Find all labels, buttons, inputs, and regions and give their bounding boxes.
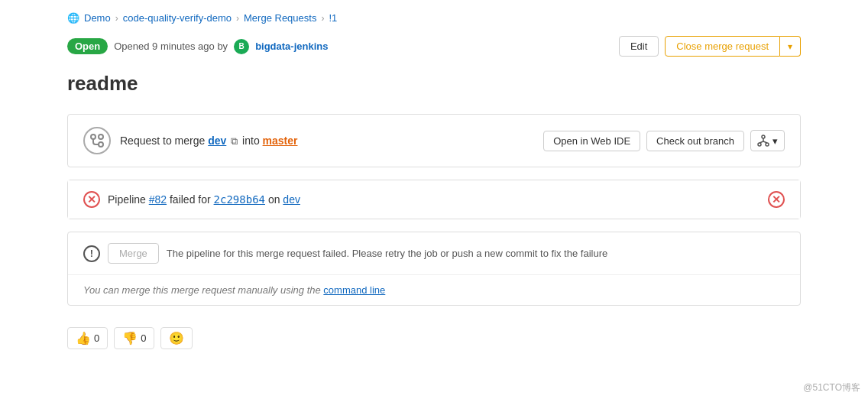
breadcrumb-demo[interactable]: Demo [84,12,111,24]
thumbs-up-count: 0 [94,332,99,344]
svg-point-1 [99,142,103,147]
svg-point-0 [91,135,96,139]
breadcrumb-repo[interactable]: code-quality-verify-demo [123,12,232,24]
add-reaction-button[interactable]: 🙂 [160,327,193,349]
svg-line-8 [760,141,763,143]
thumbs-down-count: 0 [141,332,146,344]
close-merge-group: Close merge request ▾ [665,36,801,57]
header-row: Open Opened 9 minutes ago by B bigdata-j… [67,36,801,57]
merge-action-bottom: You can merge this merge request manuall… [68,275,800,305]
merge-button[interactable]: Merge [108,243,159,264]
header-left: Open Opened 9 minutes ago by B bigdata-j… [67,38,328,54]
pipeline-fail-icon: ✕ [83,191,100,208]
branch-from-link[interactable]: dev [208,135,226,147]
checkout-branch-button[interactable]: Check out branch [646,131,744,151]
breadcrumb-sep-2: › [236,13,239,24]
opened-text: Opened 9 minutes ago by [114,41,228,52]
merge-info-right: Open in Web IDE Check out branch ▾ [543,130,785,151]
pipeline-left: ✕ Pipeline #82 failed for 2c298b64 on de… [83,191,300,208]
source-dropdown-arrow: ▾ [772,135,778,147]
svg-point-2 [99,135,103,139]
merge-warning-text: The pipeline for this merge request fail… [167,248,607,259]
pipeline-panel: ✕ Pipeline #82 failed for 2c298b64 on de… [67,180,801,219]
header-right: Edit Close merge request ▾ [619,36,801,57]
avatar: B [234,39,249,54]
edit-button[interactable]: Edit [619,36,659,57]
thumbs-down-emoji: 👎 [122,331,138,345]
pipeline-text: Pipeline #82 failed for 2c298b64 on dev [108,193,300,206]
source-dropdown-button[interactable]: ▾ [750,130,785,151]
close-merge-dropdown-button[interactable]: ▾ [780,36,801,57]
breadcrumb: 🌐 Demo › code-quality-verify-demo › Merg… [67,12,801,24]
branch-to-link[interactable]: master [263,135,298,147]
merge-info-left: Request to merge dev ⧉ into master [83,127,297,154]
copy-icon[interactable]: ⧉ [231,135,238,148]
thumbs-up-emoji: 👍 [76,331,91,345]
globe-icon: 🌐 [67,12,79,24]
merge-action-top: ! Merge The pipeline for this merge requ… [68,232,800,275]
thumbs-down-button[interactable]: 👎 0 [114,327,154,349]
breadcrumb-merge-requests[interactable]: Merge Requests [244,12,316,24]
status-badge: Open [67,38,108,54]
breadcrumb-mr-id[interactable]: !1 [329,12,337,24]
merge-text: Request to merge dev ⧉ into master [120,135,297,148]
merge-action-panel: ! Merge The pipeline for this merge requ… [67,232,801,306]
username-link[interactable]: bigdata-jenkins [255,41,328,52]
open-web-ide-button[interactable]: Open in Web IDE [543,131,640,151]
svg-point-5 [758,143,761,146]
reactions-row: 👍 0 👎 0 🙂 [67,318,801,358]
pipeline-branch-link[interactable]: dev [283,193,300,206]
command-line-link[interactable]: command line [323,284,385,296]
merge-info-panel: Request to merge dev ⧉ into master Open … [67,114,801,167]
breadcrumb-sep-1: › [115,13,118,24]
breadcrumb-sep-3: › [321,13,324,24]
svg-point-6 [766,143,769,146]
warning-info-icon: ! [83,245,100,262]
svg-line-9 [763,141,767,143]
pipeline-id-link[interactable]: #82 [149,193,167,206]
commit-hash-link[interactable]: 2c298b64 [214,193,265,206]
merge-icon [83,127,111,154]
thumbs-up-button[interactable]: 👍 0 [67,327,108,349]
close-merge-button[interactable]: Close merge request [665,36,780,57]
pipeline-close-icon[interactable]: ✕ [768,191,785,208]
svg-point-4 [762,135,765,138]
page-title: readme [67,72,801,96]
